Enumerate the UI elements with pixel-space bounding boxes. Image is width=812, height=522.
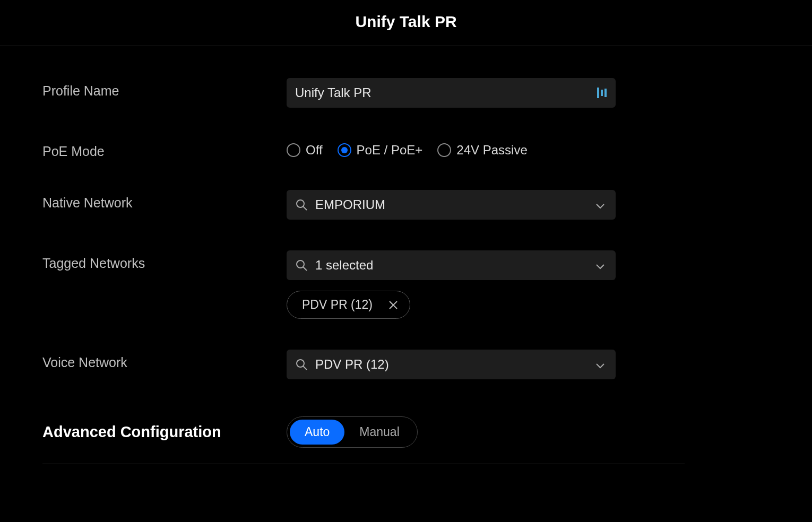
advanced-segmented-control: Auto Manual	[287, 416, 418, 448]
svg-line-6	[303, 267, 307, 271]
svg-rect-1	[601, 90, 603, 96]
page-title: Unify Talk PR	[0, 13, 812, 31]
search-icon	[295, 198, 308, 211]
radio-circle-icon	[287, 143, 300, 157]
section-title-advanced: Advanced Configuration	[42, 423, 287, 441]
row-native-network: Native Network EMPORIUM	[42, 190, 685, 220]
poe-mode-radio-group: Off PoE / PoE+ 24V Passive	[287, 138, 616, 158]
chevron-down-icon	[595, 202, 605, 208]
label-poe-mode: PoE Mode	[42, 138, 287, 159]
network-chip: PDV PR (12)	[287, 291, 410, 319]
native-network-select[interactable]: EMPORIUM	[287, 190, 616, 220]
voice-network-select[interactable]: PDV PR (12)	[287, 350, 616, 379]
row-poe-mode: PoE Mode Off PoE / PoE+ 24V Passive	[42, 138, 685, 159]
input-wrapper-profile-name	[287, 78, 616, 108]
radio-dot-icon	[341, 147, 348, 153]
select-value: 1 selected	[315, 258, 595, 273]
radio-label: Off	[306, 143, 323, 158]
section-divider	[42, 464, 685, 464]
row-advanced-config: Advanced Configuration Auto Manual	[42, 416, 685, 448]
page-header: Unify Talk PR	[0, 0, 812, 46]
segment-auto[interactable]: Auto	[290, 420, 344, 445]
svg-rect-2	[604, 89, 607, 97]
search-icon	[295, 259, 308, 272]
radio-option-24v[interactable]: 24V Passive	[437, 143, 527, 158]
svg-line-4	[303, 206, 307, 210]
svg-point-9	[297, 360, 304, 367]
form-content: Profile Name PoE Mode Off	[0, 46, 727, 464]
label-tagged-networks: Tagged Networks	[42, 250, 287, 271]
svg-line-10	[303, 366, 307, 370]
chevron-down-icon	[595, 262, 605, 268]
radio-option-poe[interactable]: PoE / PoE+	[338, 143, 423, 158]
segment-manual[interactable]: Manual	[344, 420, 414, 445]
select-value: PDV PR (12)	[315, 357, 595, 372]
profile-name-input[interactable]	[295, 78, 597, 108]
row-voice-network: Voice Network PDV PR (12)	[42, 350, 685, 379]
radio-label: PoE / PoE+	[357, 143, 423, 158]
select-value: EMPORIUM	[315, 197, 595, 212]
row-profile-name: Profile Name	[42, 78, 685, 108]
svg-point-5	[297, 260, 304, 268]
svg-rect-0	[597, 88, 599, 98]
label-profile-name: Profile Name	[42, 78, 287, 99]
row-tagged-networks: Tagged Networks 1 selected P	[42, 250, 685, 319]
tagged-networks-select[interactable]: 1 selected	[287, 250, 616, 280]
label-native-network: Native Network	[42, 190, 287, 211]
radio-circle-icon	[437, 143, 451, 157]
chevron-down-icon	[595, 361, 605, 368]
chip-label: PDV PR (12)	[302, 298, 373, 312]
radio-label: 24V Passive	[456, 143, 527, 158]
svg-point-3	[297, 200, 304, 207]
label-voice-network: Voice Network	[42, 350, 287, 370]
tagged-networks-chips: PDV PR (12)	[287, 291, 616, 319]
password-manager-icon[interactable]	[597, 86, 607, 99]
radio-circle-icon	[338, 143, 351, 157]
close-icon[interactable]	[388, 300, 398, 310]
search-icon	[295, 358, 308, 371]
radio-option-off[interactable]: Off	[287, 143, 323, 158]
